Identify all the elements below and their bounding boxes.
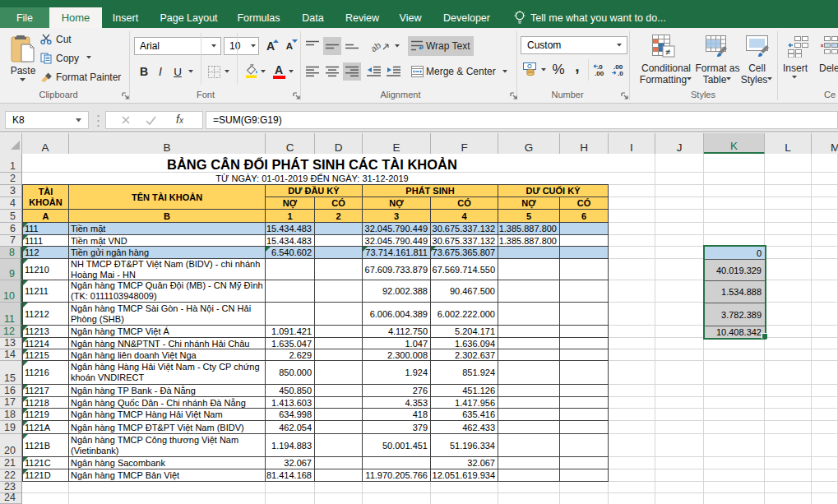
svg-text:ab: ab	[372, 40, 382, 53]
svg-text:.0: .0	[618, 70, 623, 76]
svg-text:.00: .00	[595, 70, 604, 76]
svg-text:≠: ≠	[665, 47, 670, 57]
